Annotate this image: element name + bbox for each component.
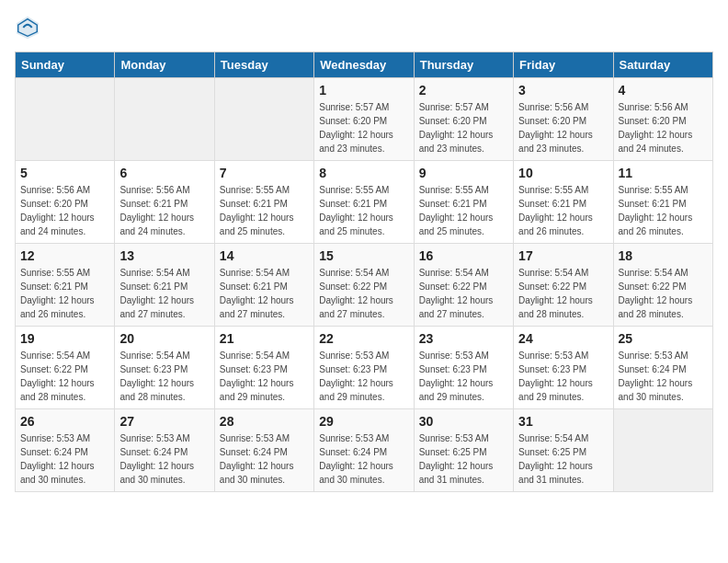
- day-info: Sunrise: 5:53 AM Sunset: 6:24 PM Dayligh…: [20, 431, 109, 487]
- day-number: 14: [220, 248, 309, 263]
- weekday-header: Sunday: [16, 52, 115, 78]
- svg-marker-0: [17, 17, 39, 39]
- calendar-cell: 27Sunrise: 5:53 AM Sunset: 6:24 PM Dayli…: [115, 409, 214, 492]
- day-info: Sunrise: 5:54 AM Sunset: 6:21 PM Dayligh…: [119, 266, 209, 321]
- weekday-header: Wednesday: [314, 52, 414, 78]
- calendar-cell: 17Sunrise: 5:54 AM Sunset: 6:22 PM Dayli…: [514, 244, 613, 327]
- day-number: 9: [419, 166, 508, 180]
- day-number: 1: [319, 83, 408, 98]
- day-info: Sunrise: 5:55 AM Sunset: 6:21 PM Dayligh…: [319, 183, 408, 238]
- day-info: Sunrise: 5:53 AM Sunset: 6:23 PM Dayligh…: [518, 349, 608, 404]
- calendar-table: SundayMondayTuesdayWednesdayThursdayFrid…: [15, 52, 713, 492]
- calendar-cell: 1Sunrise: 5:57 AM Sunset: 6:20 PM Daylig…: [314, 78, 414, 161]
- calendar-cell: 4Sunrise: 5:56 AM Sunset: 6:20 PM Daylig…: [613, 78, 712, 161]
- day-number: 13: [119, 248, 209, 263]
- day-info: Sunrise: 5:56 AM Sunset: 6:20 PM Dayligh…: [20, 183, 109, 238]
- day-number: 6: [119, 166, 209, 180]
- weekday-header: Thursday: [414, 52, 513, 78]
- day-number: 25: [619, 331, 708, 346]
- weekday-header: Monday: [115, 52, 214, 78]
- day-info: Sunrise: 5:53 AM Sunset: 6:23 PM Dayligh…: [419, 349, 508, 404]
- day-number: 19: [20, 331, 109, 346]
- day-number: 12: [20, 248, 109, 263]
- day-number: 22: [319, 331, 408, 346]
- calendar-cell: [214, 78, 313, 161]
- day-info: Sunrise: 5:54 AM Sunset: 6:23 PM Dayligh…: [119, 349, 209, 404]
- calendar-cell: 9Sunrise: 5:55 AM Sunset: 6:21 PM Daylig…: [414, 161, 513, 244]
- day-number: 17: [518, 248, 608, 263]
- day-number: 2: [419, 83, 508, 98]
- day-info: Sunrise: 5:53 AM Sunset: 6:23 PM Dayligh…: [319, 349, 408, 404]
- calendar-cell: 30Sunrise: 5:53 AM Sunset: 6:25 PM Dayli…: [414, 409, 513, 492]
- day-number: 11: [619, 166, 708, 180]
- calendar-cell: [613, 409, 712, 492]
- calendar-week-row: 19Sunrise: 5:54 AM Sunset: 6:22 PM Dayli…: [16, 327, 713, 409]
- day-number: 15: [319, 248, 408, 263]
- calendar-week-row: 26Sunrise: 5:53 AM Sunset: 6:24 PM Dayli…: [16, 409, 713, 492]
- day-number: 30: [419, 414, 508, 429]
- calendar-cell: 6Sunrise: 5:56 AM Sunset: 6:21 PM Daylig…: [115, 161, 214, 244]
- day-number: 29: [319, 414, 408, 429]
- calendar-cell: 16Sunrise: 5:54 AM Sunset: 6:22 PM Dayli…: [414, 244, 513, 327]
- day-number: 21: [220, 331, 309, 346]
- day-number: 5: [20, 166, 109, 180]
- day-info: Sunrise: 5:55 AM Sunset: 6:21 PM Dayligh…: [419, 183, 508, 238]
- day-info: Sunrise: 5:54 AM Sunset: 6:22 PM Dayligh…: [619, 266, 708, 321]
- calendar-cell: 29Sunrise: 5:53 AM Sunset: 6:24 PM Dayli…: [314, 409, 414, 492]
- weekday-header-row: SundayMondayTuesdayWednesdayThursdayFrid…: [16, 52, 713, 78]
- calendar-cell: 13Sunrise: 5:54 AM Sunset: 6:21 PM Dayli…: [115, 244, 214, 327]
- day-number: 23: [419, 331, 508, 346]
- calendar-cell: 20Sunrise: 5:54 AM Sunset: 6:23 PM Dayli…: [115, 327, 214, 409]
- day-number: 27: [119, 414, 209, 429]
- day-info: Sunrise: 5:53 AM Sunset: 6:25 PM Dayligh…: [419, 431, 508, 487]
- calendar-cell: 31Sunrise: 5:54 AM Sunset: 6:25 PM Dayli…: [514, 409, 613, 492]
- day-number: 18: [619, 248, 708, 263]
- day-number: 28: [220, 414, 309, 429]
- calendar-cell: 21Sunrise: 5:54 AM Sunset: 6:23 PM Dayli…: [214, 327, 313, 409]
- calendar-cell: 18Sunrise: 5:54 AM Sunset: 6:22 PM Dayli…: [613, 244, 712, 327]
- calendar-cell: 10Sunrise: 5:55 AM Sunset: 6:21 PM Dayli…: [514, 161, 613, 244]
- day-info: Sunrise: 5:56 AM Sunset: 6:20 PM Dayligh…: [619, 100, 708, 155]
- day-info: Sunrise: 5:53 AM Sunset: 6:24 PM Dayligh…: [119, 431, 209, 487]
- day-number: 20: [119, 331, 209, 346]
- calendar-cell: [115, 78, 214, 161]
- weekday-header: Friday: [514, 52, 613, 78]
- calendar-cell: 12Sunrise: 5:55 AM Sunset: 6:21 PM Dayli…: [16, 244, 115, 327]
- calendar-week-row: 1Sunrise: 5:57 AM Sunset: 6:20 PM Daylig…: [16, 78, 713, 161]
- calendar-cell: 23Sunrise: 5:53 AM Sunset: 6:23 PM Dayli…: [414, 327, 513, 409]
- day-info: Sunrise: 5:53 AM Sunset: 6:24 PM Dayligh…: [319, 431, 408, 487]
- calendar-cell: 28Sunrise: 5:53 AM Sunset: 6:24 PM Dayli…: [214, 409, 313, 492]
- day-number: 8: [319, 166, 408, 180]
- day-info: Sunrise: 5:53 AM Sunset: 6:24 PM Dayligh…: [220, 431, 309, 487]
- calendar-cell: 14Sunrise: 5:54 AM Sunset: 6:21 PM Dayli…: [214, 244, 313, 327]
- day-number: 7: [220, 166, 309, 180]
- day-info: Sunrise: 5:54 AM Sunset: 6:22 PM Dayligh…: [518, 266, 608, 321]
- calendar-week-row: 5Sunrise: 5:56 AM Sunset: 6:20 PM Daylig…: [16, 161, 713, 244]
- day-number: 3: [518, 83, 608, 98]
- page-header: [15, 15, 713, 40]
- day-info: Sunrise: 5:55 AM Sunset: 6:21 PM Dayligh…: [518, 183, 608, 238]
- logo: [15, 15, 44, 40]
- calendar-cell: 25Sunrise: 5:53 AM Sunset: 6:24 PM Dayli…: [613, 327, 712, 409]
- day-info: Sunrise: 5:54 AM Sunset: 6:25 PM Dayligh…: [518, 431, 608, 487]
- calendar-cell: [16, 78, 115, 161]
- day-info: Sunrise: 5:53 AM Sunset: 6:24 PM Dayligh…: [619, 349, 708, 404]
- day-info: Sunrise: 5:55 AM Sunset: 6:21 PM Dayligh…: [619, 183, 708, 238]
- calendar-cell: 5Sunrise: 5:56 AM Sunset: 6:20 PM Daylig…: [16, 161, 115, 244]
- calendar-week-row: 12Sunrise: 5:55 AM Sunset: 6:21 PM Dayli…: [16, 244, 713, 327]
- calendar-cell: 2Sunrise: 5:57 AM Sunset: 6:20 PM Daylig…: [414, 78, 513, 161]
- day-info: Sunrise: 5:56 AM Sunset: 6:21 PM Dayligh…: [119, 183, 209, 238]
- calendar-cell: 11Sunrise: 5:55 AM Sunset: 6:21 PM Dayli…: [613, 161, 712, 244]
- calendar-cell: 24Sunrise: 5:53 AM Sunset: 6:23 PM Dayli…: [514, 327, 613, 409]
- day-number: 31: [518, 414, 608, 429]
- day-info: Sunrise: 5:54 AM Sunset: 6:23 PM Dayligh…: [220, 349, 309, 404]
- day-number: 24: [518, 331, 608, 346]
- day-info: Sunrise: 5:55 AM Sunset: 6:21 PM Dayligh…: [220, 183, 309, 238]
- calendar-cell: 22Sunrise: 5:53 AM Sunset: 6:23 PM Dayli…: [314, 327, 414, 409]
- calendar-cell: 19Sunrise: 5:54 AM Sunset: 6:22 PM Dayli…: [16, 327, 115, 409]
- day-info: Sunrise: 5:55 AM Sunset: 6:21 PM Dayligh…: [20, 266, 109, 321]
- day-info: Sunrise: 5:54 AM Sunset: 6:22 PM Dayligh…: [319, 266, 408, 321]
- day-info: Sunrise: 5:54 AM Sunset: 6:22 PM Dayligh…: [20, 349, 109, 404]
- calendar-cell: 15Sunrise: 5:54 AM Sunset: 6:22 PM Dayli…: [314, 244, 414, 327]
- weekday-header: Tuesday: [214, 52, 313, 78]
